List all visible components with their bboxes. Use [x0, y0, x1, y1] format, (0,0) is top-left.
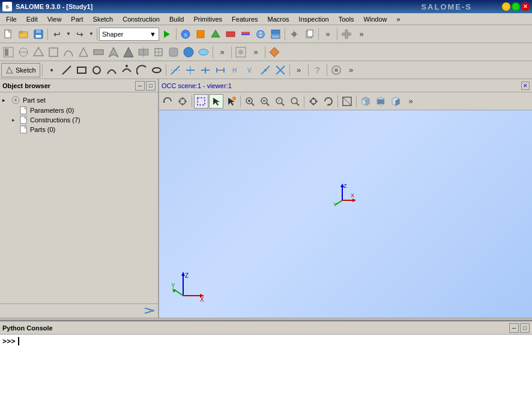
constructions-arrow[interactable]: ▸: [12, 117, 18, 123]
vt-front-btn[interactable]: [373, 94, 388, 109]
sk-extra1[interactable]: [329, 63, 343, 77]
console-area[interactable]: >>>: [0, 335, 532, 397]
vt-rotate[interactable]: [160, 94, 175, 109]
gear-btn[interactable]: [287, 27, 301, 41]
sk-con8[interactable]: [273, 63, 288, 77]
menu-inspection[interactable]: Inspection: [294, 14, 334, 24]
sketch-button[interactable]: Sketch: [1, 63, 40, 77]
module-btn1[interactable]: S: [178, 27, 193, 41]
menu-edit[interactable]: Edit: [22, 14, 43, 24]
viewer-close-btn[interactable]: ✕: [521, 82, 530, 90]
vt-select[interactable]: [209, 94, 223, 109]
menu-file[interactable]: File: [1, 14, 22, 24]
root-arrow[interactable]: ▸: [2, 97, 8, 103]
sk-arc1[interactable]: [104, 63, 119, 77]
sk-con6[interactable]: V: [243, 63, 258, 77]
extra-btn1[interactable]: [339, 27, 354, 41]
sk-con3[interactable]: ↔: [198, 63, 213, 77]
shape-btn10[interactable]: [136, 45, 151, 59]
menu-window[interactable]: Window: [358, 14, 391, 24]
open-button[interactable]: [16, 27, 31, 41]
sk-more[interactable]: »: [292, 63, 306, 77]
vt-pan[interactable]: [175, 94, 190, 109]
menu-macros[interactable]: Macros: [263, 14, 294, 24]
vt-pan2[interactable]: [306, 94, 321, 109]
shape-btn4[interactable]: [46, 45, 61, 59]
shape-extra1[interactable]: [234, 45, 248, 59]
redo-dropdown[interactable]: ▼: [88, 27, 95, 41]
panel-arrow-btn[interactable]: [144, 306, 156, 317]
module-btn7[interactable]: [268, 27, 283, 41]
sk-circle[interactable]: [89, 63, 104, 77]
shape-btn1[interactable]: [1, 45, 16, 59]
shape-btn12[interactable]: [166, 45, 181, 59]
save-button[interactable]: [31, 27, 46, 41]
module-btn5[interactable]: [238, 27, 253, 41]
tree-constructions-item[interactable]: ▸ Constructions (7): [2, 115, 156, 125]
browser-maximize-btn[interactable]: □: [146, 81, 156, 91]
sk-more2[interactable]: »: [344, 63, 358, 77]
sk-help[interactable]: ?: [310, 63, 325, 77]
shape-btn9[interactable]: [121, 45, 136, 59]
sk-con4[interactable]: [213, 63, 228, 77]
vt-zoom-in[interactable]: [243, 94, 257, 109]
menu-build[interactable]: Build: [165, 14, 189, 24]
viewer-canvas[interactable]: Z X Y Z: [159, 110, 532, 318]
shape-extra3[interactable]: [267, 45, 282, 59]
menu-construction[interactable]: Construction: [118, 14, 165, 24]
sk-rect[interactable]: [74, 63, 89, 77]
sk-arc2[interactable]: [119, 63, 134, 77]
vt-rotate2[interactable]: [321, 94, 336, 109]
undo-dropdown[interactable]: ▼: [65, 27, 72, 41]
console-maximize-btn[interactable]: □: [520, 323, 530, 333]
shape-btn7[interactable]: [91, 45, 106, 59]
module-btn4[interactable]: [223, 27, 238, 41]
shape-btn8[interactable]: [106, 45, 121, 59]
close-button[interactable]: ✕: [521, 2, 530, 11]
copy-btn[interactable]: [302, 27, 316, 41]
sk-con2[interactable]: [183, 63, 198, 77]
sk-line[interactable]: [59, 63, 74, 77]
extra-btn2[interactable]: »: [354, 27, 369, 41]
vt-select-rect[interactable]: [194, 94, 208, 109]
new-button[interactable]: [1, 27, 16, 41]
menu-tools[interactable]: Tools: [334, 14, 359, 24]
sk-point[interactable]: [44, 63, 59, 77]
module-btn2[interactable]: [193, 27, 208, 41]
menu-features[interactable]: Features: [227, 14, 262, 24]
sk-con5[interactable]: H: [228, 63, 243, 77]
shape-btn2[interactable]: [16, 45, 31, 59]
minimize-button[interactable]: ─: [502, 2, 510, 11]
sk-con1[interactable]: [168, 63, 183, 77]
shaper-go-button[interactable]: [160, 27, 174, 41]
redo-button[interactable]: ↪: [73, 27, 87, 41]
sk-con7[interactable]: [258, 63, 273, 77]
menu-primitives[interactable]: Primitives: [189, 14, 227, 24]
sk-ellipse[interactable]: [150, 63, 164, 77]
module-btn3[interactable]: [208, 27, 223, 41]
tree-parameters-item[interactable]: ▸ Parameters (0): [2, 106, 156, 115]
undo-button[interactable]: ↩: [50, 27, 64, 41]
shape-btn14[interactable]: [196, 45, 211, 59]
vt-more[interactable]: »: [404, 94, 418, 109]
tree-root-item[interactable]: ▸ Part set: [2, 95, 156, 106]
browser-minimize-btn[interactable]: ─: [135, 81, 145, 91]
vt-right-btn[interactable]: [388, 94, 403, 109]
menu-view[interactable]: View: [43, 14, 67, 24]
vt-zoom-box[interactable]: [288, 94, 302, 109]
toolbar-more-btn[interactable]: »: [321, 27, 335, 41]
shape-btn13[interactable]: [181, 45, 196, 59]
menu-part[interactable]: Part: [66, 14, 88, 24]
shape-btn5[interactable]: [61, 45, 76, 59]
module-btn6[interactable]: [253, 27, 268, 41]
shape-more[interactable]: »: [215, 45, 229, 59]
shape-btn3[interactable]: [31, 45, 46, 59]
tree-parts-item[interactable]: ▸ Parts (0): [2, 125, 156, 134]
console-minimize-btn[interactable]: ─: [509, 323, 519, 333]
vt-zoom-fit[interactable]: *: [273, 94, 287, 109]
menu-sketch[interactable]: Sketch: [88, 14, 118, 24]
shape-btn11[interactable]: [151, 45, 166, 59]
vt-zoom-out[interactable]: [258, 94, 272, 109]
maximize-button[interactable]: □: [512, 2, 520, 11]
vt-reset[interactable]: [340, 94, 354, 109]
